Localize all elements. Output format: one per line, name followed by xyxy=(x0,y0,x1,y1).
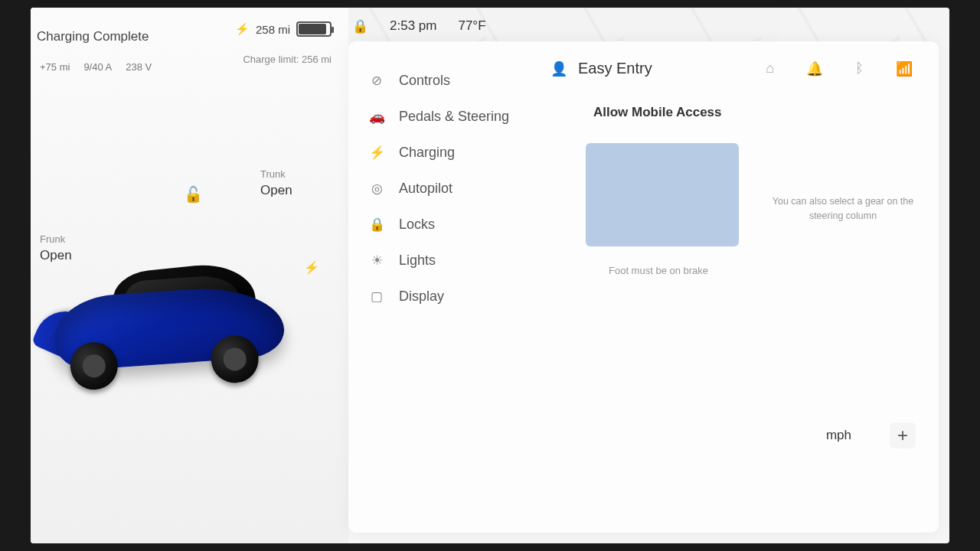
profile-row: 👤 Easy Entry ⌂ 🔔 ᛒ 📶 xyxy=(547,57,916,96)
lock-icon: 🔒 xyxy=(368,217,385,233)
person-icon: 👤 xyxy=(550,60,567,77)
wifi-icon[interactable]: 📶 xyxy=(896,60,913,77)
nav-locks[interactable]: 🔒 Locks xyxy=(348,207,540,243)
clock: 2:53 pm xyxy=(390,18,436,34)
nav-label: Autopilot xyxy=(399,181,452,197)
vehicle-touchscreen: Charging Complete ⚡ 258 mi +75 mi 9/40 A… xyxy=(31,8,949,543)
nav-label: Locks xyxy=(399,217,435,233)
frunk-label: Frunk xyxy=(40,233,72,245)
lock-icon[interactable]: 🔒 xyxy=(352,18,368,34)
homelink-icon[interactable]: ⌂ xyxy=(766,60,774,77)
added-range: +75 mi xyxy=(40,61,70,73)
car-render[interactable] xyxy=(31,235,319,407)
bluetooth-icon[interactable]: ᛒ xyxy=(855,60,864,77)
unlock-icon[interactable]: 🔓 xyxy=(184,185,203,204)
driver-profile-button[interactable]: 👤 Easy Entry xyxy=(550,60,652,77)
gear-hint-text: You can also select a gear on the steeri… xyxy=(763,194,923,223)
trunk-control[interactable]: Trunk Open xyxy=(260,168,292,198)
steering-icon: ◎ xyxy=(368,181,385,197)
car-status-panel: Charging Complete ⚡ 258 mi +75 mi 9/40 A… xyxy=(31,8,348,543)
nav-pedals-steering[interactable]: 🚗 Pedals & Steering xyxy=(348,99,540,135)
settings-panel: ⊘ Controls 🚗 Pedals & Steering ⚡ Chargin… xyxy=(348,41,939,533)
battery-icon xyxy=(296,21,332,37)
charge-amps: 9/40 A xyxy=(83,61,112,73)
nav-label: Lights xyxy=(399,253,436,269)
status-bar: 🔒 2:53 pm 77°F xyxy=(352,14,934,38)
display-icon: ▢ xyxy=(368,289,385,305)
speed-unit-label: mph xyxy=(826,428,851,443)
allow-mobile-access-label: Allow Mobile Access xyxy=(593,105,916,120)
nav-display[interactable]: ▢ Display xyxy=(348,279,540,315)
range-row: ⚡ 258 mi xyxy=(235,21,332,37)
car-icon: 🚗 xyxy=(368,109,385,125)
settings-nav: ⊘ Controls 🚗 Pedals & Steering ⚡ Chargin… xyxy=(348,41,540,533)
bolt-icon: ⚡ xyxy=(235,22,250,36)
settings-content: 👤 Easy Entry ⌂ 🔔 ᛒ 📶 Allow Mobile Access… xyxy=(540,41,939,533)
gear-selector-card[interactable] xyxy=(586,143,739,246)
increase-button[interactable]: + xyxy=(890,422,916,448)
brake-hint-text: Foot must be on brake xyxy=(609,265,916,276)
nav-lights[interactable]: ☀ Lights xyxy=(348,243,540,279)
nav-charging[interactable]: ⚡ Charging xyxy=(348,135,540,171)
nav-autopilot[interactable]: ◎ Autopilot xyxy=(348,171,540,207)
nav-label: Display xyxy=(399,289,444,305)
range-value: 258 mi xyxy=(256,23,290,36)
nav-controls[interactable]: ⊘ Controls xyxy=(348,63,540,99)
outside-temp: 77°F xyxy=(458,18,485,34)
bolt-icon: ⚡ xyxy=(368,145,385,161)
speed-value-row: mph + xyxy=(826,422,916,448)
controls-icon: ⊘ xyxy=(368,73,385,89)
sun-icon: ☀ xyxy=(368,253,385,269)
charge-volts: 238 V xyxy=(126,61,152,73)
trunk-label: Trunk xyxy=(260,168,292,180)
charge-limit-label: Charge limit: 256 mi xyxy=(243,54,332,65)
trunk-state: Open xyxy=(260,183,292,198)
nav-label: Pedals & Steering xyxy=(399,109,509,125)
profile-name-label: Easy Entry xyxy=(578,60,652,77)
notifications-icon[interactable]: 🔔 xyxy=(806,60,823,77)
nav-label: Controls xyxy=(399,73,450,89)
nav-label: Charging xyxy=(399,145,455,161)
